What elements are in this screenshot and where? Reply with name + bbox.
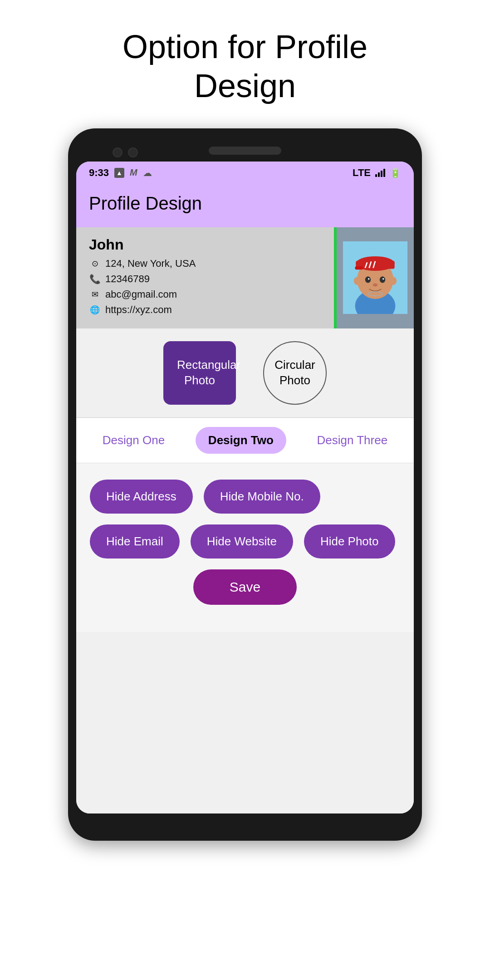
hide-address-button[interactable]: Hide Address [90,480,193,514]
signal-bar-4 [383,169,385,177]
status-right: LTE 🔋 [353,167,401,179]
save-button[interactable]: Save [193,569,297,605]
profile-website: https://xyz.com [105,304,172,316]
hide-photo-button[interactable]: Hide Photo [304,524,395,559]
status-bar: 9:33 ▲ M ☁ LTE 🔋 [76,162,414,184]
svg-point-11 [380,277,385,283]
hide-email-button[interactable]: Hide Email [90,524,180,559]
camera-dot-left [113,147,122,157]
lte-text: LTE [353,167,371,179]
photo-shape-row: Rectangular Photo Circular Photo [76,328,414,418]
svg-rect-6 [355,266,363,270]
tab-design-three[interactable]: Design Three [304,427,401,454]
profile-email: abc@gmail.com [105,289,177,300]
phone-screen: 9:33 ▲ M ☁ LTE 🔋 Profile Design [76,162,414,813]
battery-icon: 🔋 [390,167,401,178]
svg-point-14 [373,284,378,287]
screen-bottom [76,632,414,813]
hide-buttons-area: Hide Address Hide Mobile No. Hide Email … [76,463,414,632]
website-icon: 🌐 [89,304,101,316]
signal-bar-2 [378,172,380,177]
design-tabs: Design One Design Two Design Three [76,418,414,463]
circular-photo-button[interactable]: Circular Photo [263,341,327,405]
notification-icon: ▲ [114,168,124,178]
hide-row-2: Hide Email Hide Website Hide Photo [90,524,400,559]
status-left: 9:33 ▲ M ☁ [89,167,152,179]
profile-photo [337,227,414,328]
app-bar: Profile Design [76,184,414,227]
profile-info: John ⊙ 124, New York, USA 📞 12346789 ✉ a… [76,227,334,328]
profile-card: John ⊙ 124, New York, USA 📞 12346789 ✉ a… [76,227,414,328]
profile-address-row: ⊙ 124, New York, USA [89,258,325,270]
email-icon: ✉ [89,289,101,300]
phone-top [76,142,414,162]
camera-dot-right [128,147,138,157]
cloud-icon: ☁ [143,167,152,178]
profile-phone-row: 📞 12346789 [89,273,325,285]
phone-frame: 9:33 ▲ M ☁ LTE 🔋 Profile Design [68,128,422,841]
profile-website-row: 🌐 https://xyz.com [89,304,325,316]
svg-point-13 [382,278,384,280]
profile-phone: 12346789 [105,273,150,285]
signal-bar-3 [381,171,382,177]
status-time: 9:33 [89,167,109,179]
svg-point-10 [365,277,371,283]
save-row: Save [90,569,400,618]
profile-name: John [89,236,325,253]
tab-design-two[interactable]: Design Two [196,427,286,454]
app-bar-title: Profile Design [89,193,401,214]
hide-row-1: Hide Address Hide Mobile No. [90,480,400,514]
tab-design-one[interactable]: Design One [90,427,177,454]
hide-mobile-button[interactable]: Hide Mobile No. [204,480,320,514]
svg-point-16 [390,277,397,285]
signal-bar-1 [375,174,377,177]
signal-icon [375,169,385,177]
address-icon: ⊙ [89,258,101,270]
svg-point-15 [354,277,360,285]
hide-website-button[interactable]: Hide Website [191,524,293,559]
speaker [209,147,281,155]
gmail-icon: M [130,167,137,178]
rectangular-photo-button[interactable]: Rectangular Photo [163,341,236,405]
profile-email-row: ✉ abc@gmail.com [89,289,325,300]
phone-icon: 📞 [89,273,101,285]
page-title: Option for Profile Design [86,27,404,106]
profile-address: 124, New York, USA [105,258,196,270]
profile-photo-svg [339,241,412,314]
svg-point-12 [368,278,370,280]
camera-dots [113,147,138,157]
